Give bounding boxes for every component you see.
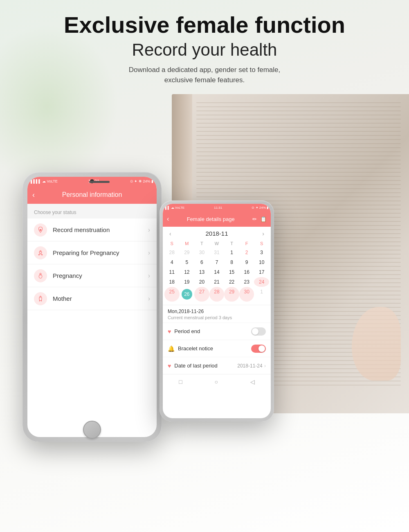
cal-cell-9[interactable]: 9 [239, 257, 254, 267]
cal-cell-4[interactable]: 4 [164, 257, 180, 267]
cal-cell-6[interactable]: 6 [194, 257, 209, 267]
cal-cell-31-prev[interactable]: 31 [209, 248, 225, 257]
status-left: ▌▌▌▌ ☁ VoLTE [31, 179, 58, 183]
cal-cell-28-prev[interactable]: 28 [164, 248, 180, 257]
cal-month-nav: ‹ 2018-11 › [163, 227, 271, 240]
day-header-s2: S [254, 240, 269, 248]
cal-cell-12[interactable]: 12 [180, 267, 195, 277]
cal-cell-28[interactable]: 28 [209, 287, 225, 302]
calendar-icon[interactable]: 📋 [260, 216, 267, 222]
cal-cell-3[interactable]: 3 [254, 248, 269, 257]
record-label: Record menstruation [53, 226, 148, 233]
cal-status-time: 11:31 [214, 206, 222, 210]
cal-cell-14[interactable]: 14 [209, 267, 225, 277]
cal-cell-5[interactable]: 5 [180, 257, 195, 267]
cal-cell-22[interactable]: 22 [224, 277, 239, 287]
phone-right-shell: ▌▌ ☁ VoLTE 11:31 ⊙ ✦ 24% ▮ ‹ Female deta… [160, 201, 274, 422]
menu-item-pregnancy-prep[interactable]: Preparing for Pregnancy › [27, 241, 157, 264]
cal-cell-23[interactable]: 23 [239, 277, 254, 287]
nav-square[interactable]: □ [179, 379, 182, 385]
section-label: Choose your status [27, 204, 157, 219]
cal-back-button[interactable]: ‹ [167, 215, 169, 223]
cal-cell-24[interactable]: 24 [254, 277, 269, 287]
screen-body: Choose your status Record menstruation ›… [27, 204, 157, 310]
pregnancy-prep-label: Preparing for Pregnancy [53, 249, 148, 256]
cal-cell-30-prev[interactable]: 30 [194, 248, 209, 257]
mother-label: Mother [53, 295, 148, 302]
svg-point-2 [38, 254, 40, 255]
phone-left: ▌▌▌▌ ☁ VoLTE 11:31 ⊙ ✦ ❋ 24% ▮ ‹ Persona… [22, 172, 162, 442]
cal-status-bar: ▌▌ ☁ VoLTE 11:31 ⊙ ✦ 24% ▮ [163, 204, 271, 211]
last-period-option[interactable]: ♥ Date of last period 2018-11-24 › [163, 357, 271, 374]
back-button[interactable]: ‹ [32, 191, 35, 199]
day-header-f: F [239, 240, 254, 248]
bracelet-notice-option[interactable]: 🔔 Bracelet notice [163, 340, 271, 357]
cal-cell-8[interactable]: 8 [224, 257, 239, 267]
cal-cell-1[interactable]: 1 [224, 248, 239, 257]
cal-cell-11[interactable]: 11 [164, 267, 180, 277]
cal-cell-7[interactable]: 7 [209, 257, 225, 267]
period-end-icon: ♥ [168, 328, 171, 335]
cal-cell-25[interactable]: 25 [164, 287, 180, 302]
arrow-icon-1: › [148, 249, 150, 257]
next-month-button[interactable]: › [262, 230, 264, 237]
cal-status-left: ▌▌ ☁ VoLTE [165, 206, 184, 210]
cal-cell-1-next[interactable]: 1 [254, 287, 269, 302]
period-end-option[interactable]: ♥ Period end [163, 322, 271, 340]
cal-cell-17[interactable]: 17 [254, 267, 269, 277]
cal-period-status: Current menstrual period 3 days [168, 315, 266, 320]
nav-circle[interactable]: ○ [215, 379, 218, 385]
cal-cell-13[interactable]: 13 [194, 267, 209, 277]
svg-point-0 [40, 229, 42, 231]
cal-cell-20[interactable]: 20 [194, 277, 209, 287]
home-button[interactable] [83, 421, 101, 439]
cal-title: Female details page [187, 216, 235, 222]
prev-month-button[interactable]: ‹ [169, 230, 171, 237]
cal-cell-15[interactable]: 15 [224, 267, 239, 277]
cal-header: ‹ Female details page ✏ 📋 [163, 211, 271, 227]
screen-header: ‹ Personal information [27, 186, 157, 204]
phone-left-screen: ▌▌▌▌ ☁ VoLTE 11:31 ⊙ ✦ ❋ 24% ▮ ‹ Persona… [27, 177, 157, 437]
edit-icon[interactable]: ✏ [252, 216, 257, 222]
day-header-m: M [180, 240, 195, 248]
header-section: Exclusive female function Record your he… [0, 12, 409, 86]
status-right: ⊙ ✦ ❋ 24% ▮ [130, 179, 153, 183]
menu-item-pregnancy[interactable]: Pregnancy › [27, 264, 157, 287]
sub-title: Record your health [0, 40, 409, 60]
cal-cell-29-prev[interactable]: 29 [180, 248, 195, 257]
cal-cell-27[interactable]: 27 [194, 287, 209, 302]
day-header-w: W [209, 240, 225, 248]
cal-cell-2[interactable]: 2 [239, 248, 254, 257]
phone-speaker [89, 181, 110, 183]
cal-status-right: ⊙ ✦ 24% ▮ [252, 206, 268, 210]
bracelet-toggle[interactable] [251, 345, 266, 353]
phone-left-shell: ▌▌▌▌ ☁ VoLTE 11:31 ⊙ ✦ ❋ 24% ▮ ‹ Persona… [22, 172, 162, 442]
pregnancy-prep-icon [34, 246, 47, 259]
cal-cell-16[interactable]: 16 [239, 267, 254, 277]
cal-cell-19[interactable]: 19 [180, 277, 195, 287]
nav-triangle[interactable]: ◁ [250, 379, 255, 385]
arrow-icon-2: › [148, 272, 150, 280]
cal-cell-30[interactable]: 30 [239, 287, 254, 302]
cal-cell-10[interactable]: 10 [254, 257, 269, 267]
arrow-icon-3: › [148, 295, 150, 302]
cal-grid: 28 29 30 31 1 2 3 4 5 6 7 8 9 10 11 12 1… [163, 248, 271, 305]
svg-point-7 [39, 300, 40, 301]
cal-cell-18[interactable]: 18 [164, 277, 180, 287]
cal-header-icons: ✏ 📋 [252, 216, 267, 222]
day-header-s1: S [164, 240, 180, 248]
cal-cell-29[interactable]: 29 [224, 287, 239, 302]
last-period-icon: ♥ [168, 363, 171, 369]
period-end-toggle[interactable] [251, 327, 266, 336]
phone-right: ▌▌ ☁ VoLTE 11:31 ⊙ ✦ 24% ▮ ‹ Female deta… [160, 201, 274, 422]
cal-cell-26-selected[interactable]: 26 [180, 287, 195, 302]
menu-item-mother[interactable]: Mother › [27, 287, 157, 310]
period-end-label: Period end [174, 328, 251, 334]
cal-cell-21[interactable]: 21 [209, 277, 225, 287]
record-icon [34, 223, 47, 237]
bracelet-icon: 🔔 [168, 345, 175, 352]
menu-item-record[interactable]: Record menstruation › [27, 219, 157, 241]
mother-icon [34, 292, 47, 305]
last-period-label: Date of last period [174, 363, 237, 369]
cal-info: Mon,2018-11-26 Current menstrual period … [163, 305, 271, 322]
